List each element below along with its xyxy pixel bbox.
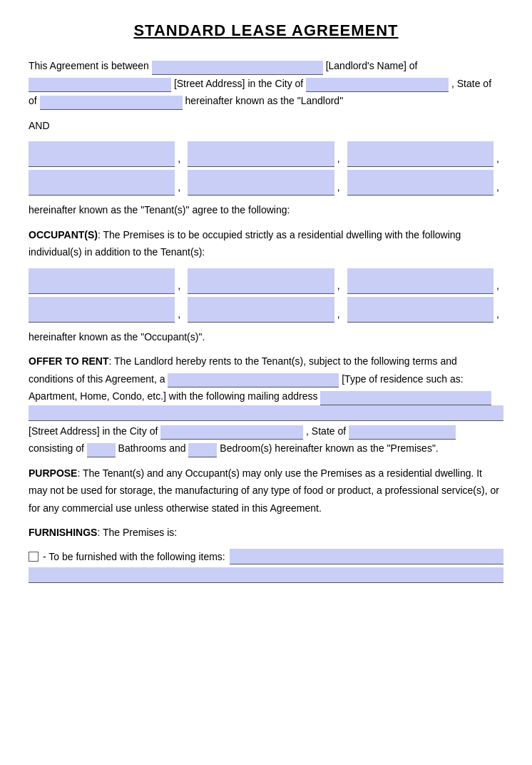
purpose-text: : The Tenant(s) and any Occupant(s) may … [29,467,499,514]
street-label: [Street Address] in the City of [174,78,303,89]
comma-5: , [337,181,344,196]
hereinafter-occupants-text: hereinafter known as the "Occupant(s)". [29,331,205,343]
street-address-field-1[interactable] [29,78,171,92]
comma-o3: , [496,280,503,294]
occupant-field-2[interactable] [188,268,334,294]
furnishings-heading: FURNISHINGS [29,527,97,538]
occupant-field-4[interactable] [29,297,175,323]
tenant-field-6[interactable] [347,170,493,196]
offer-section: OFFER TO RENT: The Landlord hereby rents… [29,353,503,457]
landlord-section: This Agreement is between [Landlord's Na… [29,57,503,110]
occupants-grid: , , , , , , [29,268,503,323]
hereinafter-landlord: hereinafter known as the "Landlord" [185,95,343,106]
comma-o4: , [178,308,185,323]
tenant-row-2: , , , [29,170,503,196]
consisting-of: consisting of [29,442,84,454]
comma-2: , [337,153,344,167]
furnishings-text: : The Premises is: [97,527,177,538]
city-field-1[interactable] [306,78,449,92]
hereinafter-tenants-section: hereinafter known as the "Tenant(s)" agr… [29,201,503,219]
tenant-field-2[interactable] [188,141,334,167]
comma-o5: , [337,308,344,323]
furnished-row: - To be furnished with the following ite… [29,549,503,564]
tenant-field-3[interactable] [347,141,493,167]
occupant-field-1[interactable] [29,268,175,294]
state-field-2[interactable] [349,425,456,440]
street-address-label: [Street Address] in the City of [29,425,158,437]
purpose-heading: PURPOSE [29,467,77,479]
page-title: STANDARD LEASE AGREEMENT [29,21,503,40]
bathrooms-count-field[interactable] [87,443,116,457]
occupant-field-5[interactable] [188,297,334,323]
tenant-field-4[interactable] [29,170,175,196]
hereinafter-occupants-section: hereinafter known as the "Occupant(s)". [29,328,503,346]
comma-o6: , [496,308,503,323]
state-of-label: , State of [306,425,346,437]
city-field-2[interactable] [160,425,303,440]
comma-1: , [178,153,185,167]
furnished-items-field-2[interactable] [29,567,503,583]
and-section: AND [29,117,503,135]
state-of-pre: of [29,95,37,106]
furnishings-section: FURNISHINGS: The Premises is: [29,524,503,542]
mailing-address-field-2[interactable] [29,405,503,421]
occupant-row-2: , , , [29,297,503,323]
hereinafter-tenants-text: hereinafter known as the "Tenant(s)" agr… [29,204,290,216]
bedrooms-count-field[interactable] [188,443,217,457]
occupant-field-6[interactable] [347,297,493,323]
mailing-address-field[interactable] [320,391,491,405]
tenant-field-5[interactable] [188,170,334,196]
intro-text: This Agreement is between [29,60,149,71]
occupant-row-1: , , , [29,268,503,294]
occupants-heading: OCCUPANT(S) [29,229,98,240]
comma-o2: , [337,280,344,294]
comma-3: , [496,153,503,167]
furnished-label: - To be furnished with the following ite… [43,551,225,562]
tenant-row-1: , , , [29,141,503,167]
state-label: , State of [451,78,491,89]
residence-type-field[interactable] [168,373,339,387]
furnished-checkbox[interactable] [29,552,39,562]
landlord-name-field[interactable] [152,61,323,75]
occupant-field-3[interactable] [347,268,493,294]
comma-o1: , [178,280,185,294]
bathrooms-and: Bathrooms and [118,442,186,454]
bedrooms-label: Bedroom(s) hereinafter known as the "Pre… [220,442,438,454]
purpose-section: PURPOSE: The Tenant(s) and any Occupant(… [29,465,503,517]
state-field-1[interactable] [40,96,183,110]
tenant-field-1[interactable] [29,141,175,167]
offer-heading: OFFER TO RENT [29,355,109,367]
comma-6: , [496,181,503,196]
and-label: AND [29,120,50,131]
landlord-label: [Landlord's Name] of [326,60,418,71]
comma-4: , [178,181,185,196]
occupants-section: OCCUPANT(S): The Premises is to be occup… [29,226,503,261]
furnished-items-field[interactable] [230,549,503,564]
tenants-grid: , , , , , , [29,141,503,196]
